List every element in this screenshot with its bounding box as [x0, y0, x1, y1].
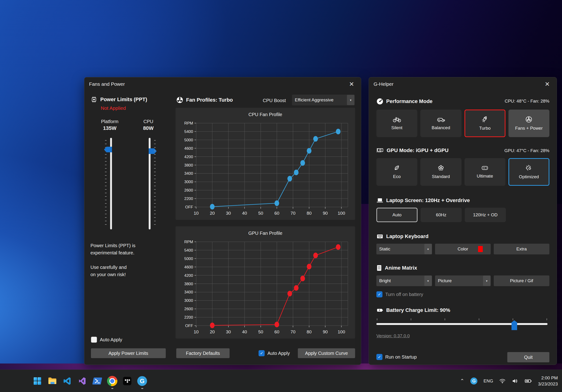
tray-clock[interactable]: 2:00 PM 3/23/2023 — [538, 375, 558, 387]
wifi-icon[interactable] — [499, 378, 506, 384]
turn-off-on-battery-checkbox[interactable]: ✓ — [376, 291, 383, 297]
battery-slider-track[interactable] — [376, 323, 548, 325]
svg-text:60: 60 — [274, 211, 279, 216]
screen-60hz-button[interactable]: 60Hz — [421, 208, 462, 222]
version-link[interactable]: Version: 0.37.0.0 — [376, 333, 410, 338]
cpu-slider-ticks — [154, 140, 156, 227]
curve-auto-apply[interactable]: ✓ Auto Apply — [258, 348, 290, 358]
taskbar-vscode-button[interactable] — [62, 374, 73, 388]
taskbar-explorer-button[interactable] — [47, 374, 58, 388]
laptop-icon — [376, 197, 383, 203]
cpu-fan-chart[interactable]: RPM540050004600420038003400300026002200O… — [176, 108, 355, 220]
svg-text:2600: 2600 — [184, 307, 193, 311]
keyboard-extra-button[interactable]: Extra — [494, 244, 549, 254]
taskbar-tidal-button[interactable] — [122, 374, 133, 388]
dropdown-arrow-icon[interactable]: ▾ — [424, 244, 432, 254]
screen-auto-button[interactable]: Auto — [376, 208, 418, 222]
cpu-boost-dropdown[interactable]: Efficient Aggressive ▾ — [292, 95, 355, 105]
matrix-picture-gif-button[interactable]: Picture / Gif — [494, 275, 549, 286]
screen-120hz-button[interactable]: 120Hz + OD — [465, 208, 506, 222]
battery-tray-icon[interactable] — [524, 378, 532, 384]
run-on-startup-toggle[interactable]: ✓ Run on Startup — [376, 354, 417, 360]
gpu-optimized-button[interactable]: Optimized — [508, 158, 549, 186]
svg-text:3800: 3800 — [184, 282, 193, 286]
perf-balanced-button[interactable]: Balanced — [420, 110, 461, 137]
file-explorer-icon — [47, 376, 58, 386]
cpu-temp-status: CPU: 48°C - Fan: 28% — [505, 99, 549, 104]
gpu-ultimate-button[interactable]: Ultimate — [465, 158, 505, 186]
svg-text:50: 50 — [258, 329, 263, 334]
svg-text:2200: 2200 — [184, 315, 193, 320]
factory-defaults-button[interactable]: Factory Defaults — [176, 348, 230, 358]
svg-text:90: 90 — [323, 211, 328, 216]
cpu-slider[interactable] — [149, 138, 151, 229]
taskbar-ghelper-button[interactable]: G — [137, 374, 148, 388]
gpu-fan-chart[interactable]: RPM540050004600420038003400300026002200O… — [176, 226, 355, 338]
turn-off-on-battery-label: Turn off on battery — [385, 292, 423, 297]
taskbar-powershell-button[interactable] — [92, 374, 103, 388]
svg-text:80: 80 — [307, 329, 312, 334]
keyboard-icon — [376, 234, 383, 239]
dropdown-arrow-icon[interactable]: ▾ — [424, 276, 432, 286]
power-auto-apply[interactable]: Auto Apply — [91, 337, 122, 343]
taskbar-start-button[interactable] — [32, 374, 43, 388]
battery-slider-thumb[interactable] — [512, 320, 517, 330]
keyboard-mode-dropdown[interactable]: Static ▾ — [376, 244, 432, 254]
dropdown-arrow-icon[interactable]: ▾ — [347, 95, 354, 105]
gpu-eco-button[interactable]: Eco — [376, 158, 417, 186]
platform-slider[interactable] — [110, 138, 112, 229]
svg-text:80: 80 — [307, 211, 312, 216]
power-auto-apply-checkbox[interactable] — [91, 337, 97, 343]
svg-text:60: 60 — [274, 329, 279, 334]
tray-chevron-up-icon[interactable]: ⌃ — [460, 378, 464, 384]
matrix-battery-toggle[interactable]: ✓ Turn off on battery — [376, 291, 549, 297]
gpu-temp-status: GPU: 47°C - Fan: 28% — [504, 148, 549, 153]
tray-language[interactable]: ENG — [483, 379, 493, 384]
keyboard-color-button[interactable]: Color — [435, 244, 491, 254]
perf-turbo-button[interactable]: Turbo — [465, 110, 505, 137]
matrix-source-dropdown[interactable]: Picture ▾ — [435, 275, 491, 286]
power-limits-status: Not Applied — [101, 105, 172, 111]
smart-bulb-icon — [525, 165, 532, 171]
performance-header: Performance Mode CPU: 48°C - Fan: 28% — [376, 98, 549, 105]
curve-auto-apply-checkbox[interactable]: ✓ — [258, 350, 265, 356]
taskbar: G ⌃ G ENG — [0, 370, 562, 392]
cpu-boost-label: CPU Boost — [263, 98, 286, 103]
svg-text:70: 70 — [291, 329, 295, 334]
svg-text:2600: 2600 — [184, 188, 193, 192]
apply-power-limits-button[interactable]: Apply Power Limits — [91, 348, 166, 358]
fans-close-button[interactable]: ✕ — [346, 79, 358, 89]
svg-text:5000: 5000 — [184, 138, 193, 142]
ghelper-footer: ✓ Run on Startup Quit — [376, 352, 549, 363]
ghelper-window-title: G-Helper — [374, 81, 393, 87]
svg-text:4200: 4200 — [184, 155, 193, 159]
fans-titlebar[interactable]: Fans and Power ✕ — [84, 77, 361, 91]
volume-icon[interactable] — [512, 378, 518, 384]
desktop: Fans and Power ✕ Power Limits (PPT) Not … — [0, 0, 562, 392]
apply-custom-curve-button[interactable]: Apply Custom Curve — [298, 348, 355, 358]
tray-time: 2:00 PM — [538, 375, 558, 381]
matrix-brightness-dropdown[interactable]: Bright ▾ — [376, 275, 432, 286]
bicycle-icon — [393, 116, 401, 123]
gpu-fan-chart-panel[interactable]: RPM540050004600420038003400300026002200O… — [176, 226, 355, 338]
power-limits-note: Power Limits (PPT) is experimental featu… — [91, 242, 172, 278]
ghelper-titlebar[interactable]: G-Helper ✕ — [369, 77, 557, 91]
ghelper-close-button[interactable]: ✕ — [541, 79, 553, 89]
run-on-startup-label: Run on Startup — [385, 354, 417, 360]
perf-silent-button[interactable]: Silent — [376, 110, 417, 137]
ghelper-window: G-Helper ✕ Performance Mode CPU: 48°C - … — [369, 77, 557, 365]
quit-button[interactable]: Quit — [507, 352, 549, 362]
svg-text:5400: 5400 — [184, 248, 193, 253]
svg-text:3000: 3000 — [184, 180, 193, 184]
taskbar-visualstudio-button[interactable] — [77, 374, 88, 388]
battery-slider[interactable] — [376, 315, 549, 329]
gpu-standard-button[interactable]: Standard — [420, 158, 461, 186]
perf-fans-power-button[interactable]: Fans + Power — [508, 110, 549, 137]
svg-text:10: 10 — [194, 329, 199, 334]
run-on-startup-checkbox[interactable]: ✓ — [376, 354, 383, 360]
battery-section: Battery Charge Limit: 90% Version: 0.37.… — [376, 307, 549, 338]
dropdown-arrow-icon[interactable]: ▾ — [483, 276, 491, 286]
tray-ghelper-icon[interactable]: G — [470, 378, 477, 384]
taskbar-chrome-button[interactable] — [107, 374, 118, 388]
cpu-fan-chart-panel[interactable]: RPM540050004600420038003400300026002200O… — [176, 108, 355, 220]
